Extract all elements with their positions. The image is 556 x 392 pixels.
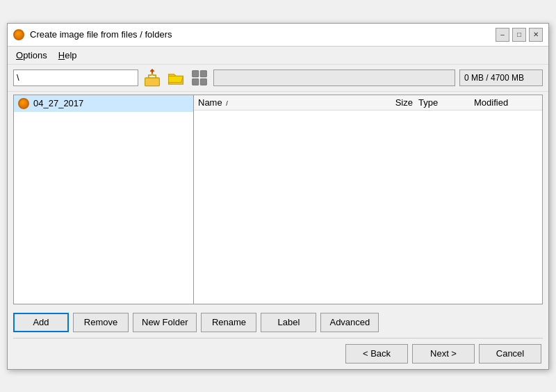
column-size[interactable]: Size [371,97,413,108]
maximize-button[interactable]: □ [512,28,526,42]
file-list[interactable]: Name / Size Type Modified [194,95,543,304]
close-button[interactable]: ✕ [529,28,543,42]
navigate-up-button[interactable] [142,68,162,88]
title-bar-left: Create image file from files / folders [13,29,172,40]
options-menu[interactable]: Options [10,48,53,63]
advanced-button[interactable]: Advanced [320,313,379,332]
main-window: Create image file from files / folders –… [7,23,549,370]
title-bar-controls: – □ ✕ [496,28,543,42]
help-menu[interactable]: Help [53,48,83,63]
open-folder-button[interactable] [166,68,186,88]
main-content: 04_27_2017 Name / Size Type Modified [8,92,548,307]
column-name[interactable]: Name / [198,97,371,108]
grid-view-button[interactable] [190,68,209,88]
file-list-header: Name / Size Type Modified [194,95,542,111]
minimize-button[interactable]: – [496,28,509,42]
cancel-button[interactable]: Cancel [479,344,541,364]
bottom-bar: < Back Next > Cancel [8,338,548,369]
storage-label: 0 MB / 4700 MB [459,70,543,86]
svg-rect-0 [145,78,160,86]
title-bar: Create image file from files / folders –… [8,24,548,47]
button-bar: Add Remove New Folder Rename Label Advan… [8,307,548,338]
add-button[interactable]: Add [13,313,69,332]
folder-cd-icon [18,98,29,109]
toolbar: 0 MB / 4700 MB [8,65,548,92]
column-modified[interactable]: Modified [468,97,538,108]
path-input[interactable] [13,70,138,86]
folder-item[interactable]: 04_27_2017 [14,95,193,112]
column-type[interactable]: Type [413,97,468,108]
back-button[interactable]: < Back [345,344,408,364]
svg-rect-2 [200,70,206,76]
svg-rect-4 [200,79,206,85]
options-label: O [16,50,23,60]
folder-name: 04_27_2017 [33,98,83,108]
label-button[interactable]: Label [261,313,316,332]
rename-button[interactable]: Rename [201,313,256,332]
next-button[interactable]: Next > [412,344,475,364]
remove-button[interactable]: Remove [73,313,129,332]
svg-rect-3 [193,79,199,85]
window-title: Create image file from files / folders [30,29,172,40]
help-label: H [58,50,65,60]
new-folder-button[interactable]: New Folder [133,313,197,332]
svg-rect-1 [193,70,199,76]
menu-bar: Options Help [8,47,548,65]
app-icon [13,29,24,40]
folder-tree[interactable]: 04_27_2017 [13,95,194,304]
progress-bar [213,70,455,86]
sort-arrow: / [226,100,228,107]
